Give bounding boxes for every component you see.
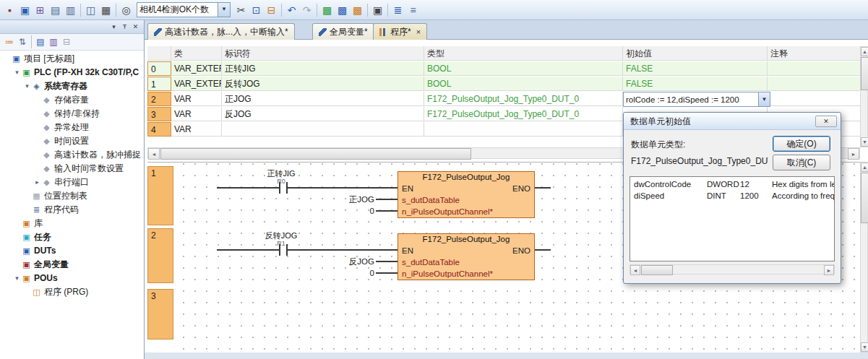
var-type-cell[interactable]: F172_PulseOutput_Jog_Type0_DUT_0 xyxy=(424,107,623,121)
monitor-status-icon[interactable]: ▩ xyxy=(335,3,350,17)
scrollbar-thumb[interactable] xyxy=(861,173,868,223)
ladder-vscrollbar[interactable]: ▲ ▼ xyxy=(860,162,868,352)
tree-sort-icon[interactable]: ⇅ xyxy=(16,35,29,48)
step-ladder-icon[interactable]: ≡ xyxy=(405,3,421,17)
scrollbar-thumb[interactable] xyxy=(641,265,673,275)
scrollbar-thumb[interactable] xyxy=(160,148,471,160)
row-number[interactable]: 4 xyxy=(147,122,171,137)
contact[interactable] xyxy=(279,182,288,194)
pin-icon[interactable]: Ŧ xyxy=(119,23,130,30)
col-header-identifier[interactable]: 标识符 xyxy=(222,46,424,61)
contact[interactable] xyxy=(279,244,288,256)
window-cascade-icon[interactable]: ▤ xyxy=(48,3,63,17)
var-type-cell[interactable] xyxy=(424,122,623,137)
tree-item-library[interactable]: ▣ 库 xyxy=(0,217,144,230)
scroll-right-icon[interactable]: ► xyxy=(848,148,859,160)
operand-label[interactable]: 0 xyxy=(314,268,374,278)
print-preview-icon[interactable]: ◫ xyxy=(83,3,98,17)
rung-number[interactable]: 3 xyxy=(147,289,173,339)
monitor-io-icon[interactable]: ▩ xyxy=(350,3,365,17)
print-icon[interactable]: ▦ xyxy=(98,3,113,17)
undo-icon[interactable]: ↶ xyxy=(284,3,299,17)
col-header-comment[interactable]: 注释 xyxy=(768,46,860,61)
tree-item-position-control[interactable]: ▦ 位置控制表 xyxy=(0,189,144,203)
operand-label[interactable]: 正JOG xyxy=(314,194,374,204)
tree-item-tasks[interactable]: ▣ 任务 xyxy=(0,230,144,244)
scroll-down-icon[interactable]: ▼ xyxy=(861,342,868,352)
init-value-editor[interactable]: rolCode := 12,diSpeed := 1200 ▼ xyxy=(623,92,770,107)
scroll-left-icon[interactable]: ◄ xyxy=(630,265,640,275)
expander-icon[interactable]: ▾ xyxy=(13,66,21,79)
tree-item-memory-capacity[interactable]: ◆ 存储容量 xyxy=(0,93,144,107)
find-icon[interactable]: ◎ xyxy=(119,3,134,17)
operand-label[interactable]: 0 xyxy=(314,206,374,216)
var-type-cell[interactable]: F172_PulseOutput_Jog_Type0_DUT_0 xyxy=(424,92,623,106)
tree-item-project[interactable]: ▣ 项目 [无标题] xyxy=(0,52,144,66)
col-header-class[interactable]: 类 xyxy=(171,46,222,61)
member-value[interactable]: 1200 xyxy=(740,190,770,202)
table-vscrollbar[interactable]: ▲ ▼ xyxy=(860,46,868,147)
scroll-up-icon[interactable]: ▲ xyxy=(861,163,868,172)
var-id-cell[interactable]: 反转JOG xyxy=(222,77,424,91)
rung-number[interactable]: 1 xyxy=(147,166,173,225)
expander-icon[interactable]: ▾ xyxy=(13,272,21,285)
var-init-cell[interactable]: FALSE xyxy=(623,77,768,91)
tree-item-duts[interactable]: ▣ DUTs xyxy=(0,244,144,258)
project-combo[interactable]: 相机4检测OK个数 ▼ xyxy=(137,2,231,17)
dialog-close-button[interactable]: ✕ xyxy=(815,116,837,127)
window-tile-icon[interactable]: ▥ xyxy=(63,3,78,17)
row-number[interactable]: 1 xyxy=(147,77,171,91)
var-comment-cell[interactable] xyxy=(768,92,860,106)
close-icon[interactable]: × xyxy=(416,27,421,36)
tree-item-hold-nonhold[interactable]: ◆ 保持/非保持 xyxy=(0,107,144,121)
var-id-cell[interactable]: 反JOG xyxy=(222,107,424,121)
tree-item-pous[interactable]: ▾ ▣ POUs xyxy=(0,272,144,285)
operand-label[interactable]: 反JOG xyxy=(314,256,374,267)
var-id-cell[interactable]: 正转JIG xyxy=(222,61,424,76)
col-header-type[interactable]: 类型 xyxy=(424,46,623,61)
device-monitor-icon[interactable]: ▣ xyxy=(370,3,385,17)
paste-icon[interactable]: ⊟ xyxy=(264,3,279,17)
member-value[interactable]: 12 xyxy=(740,178,770,190)
tree-item-hsc-pulse[interactable]: ◆ 高速计数器，脉冲捕捉 xyxy=(0,148,144,162)
chevron-down-icon[interactable]: ▼ xyxy=(758,92,770,106)
tree-item-time-settings[interactable]: ◆ 时间设置 xyxy=(0,134,144,148)
scroll-right-icon[interactable]: ► xyxy=(824,265,834,275)
var-id-cell[interactable]: 正JOG xyxy=(222,92,424,106)
row-number[interactable]: 0 xyxy=(147,61,171,76)
contact-label[interactable]: 正转JIG xyxy=(241,169,321,178)
list-item[interactable]: dwControlCode DWORD 12 Hex digits from l… xyxy=(630,178,834,190)
var-comment-cell[interactable] xyxy=(768,77,860,91)
tab-hsc-settings[interactable]: 高速计数器，脉...入，中断输入* xyxy=(147,23,295,40)
var-init-cell[interactable]: FALSE xyxy=(623,61,768,76)
chevron-down-icon[interactable]: ▼ xyxy=(218,3,230,17)
tree-item-program-prg[interactable]: ◫ 程序 (PRG) xyxy=(0,285,144,299)
row-number[interactable]: 3 xyxy=(147,107,171,121)
var-class-cell[interactable]: VAR xyxy=(171,107,222,121)
tree-tools-icon[interactable]: ≔ xyxy=(3,35,16,48)
tree-item-serial-port[interactable]: ▸ ◆ 串行端口 xyxy=(0,176,144,189)
var-class-cell[interactable]: VAR_EXTER... xyxy=(171,61,222,76)
var-type-cell[interactable]: BOOL xyxy=(424,77,623,91)
copy-icon[interactable]: ⊡ xyxy=(249,3,264,17)
tree-item-program-code[interactable]: ≣ 程序代码 xyxy=(0,203,144,217)
ok-button[interactable]: 确定(O) xyxy=(773,136,830,152)
panel-close-icon[interactable]: ✕ xyxy=(130,23,141,30)
cancel-button[interactable]: 取消(C) xyxy=(773,155,830,170)
scroll-left-icon[interactable]: ◄ xyxy=(148,148,160,160)
var-class-cell[interactable]: VAR xyxy=(171,92,222,106)
tree-item-plc[interactable]: ▾ ▣ PLC (FP-XH 32k C30T/P,C xyxy=(0,66,144,79)
init-value-text[interactable]: rolCode := 12,diSpeed := 1200 xyxy=(624,95,758,104)
save-icon[interactable]: ▣ xyxy=(17,3,33,17)
var-type-cell[interactable]: BOOL xyxy=(424,61,623,76)
tree-item-error-handling[interactable]: ◆ 异常处理 xyxy=(0,121,144,134)
contact-label[interactable]: 反转JOG xyxy=(241,231,321,240)
cut-icon[interactable]: ✂ xyxy=(233,3,249,17)
library-book-icon[interactable]: ▤ xyxy=(34,35,47,48)
list-item[interactable]: diSpeed DINT 1200 According to freq xyxy=(630,190,834,202)
var-comment-cell[interactable] xyxy=(768,61,860,76)
monitor-run-icon[interactable]: ▩ xyxy=(319,3,335,17)
tree-item-system-registers[interactable]: ▾ ◈ 系统寄存器 xyxy=(0,79,144,93)
dialog-hscrollbar[interactable]: ◄ ► xyxy=(629,264,835,274)
tab-global-vars[interactable]: 全局变量* xyxy=(312,23,374,40)
